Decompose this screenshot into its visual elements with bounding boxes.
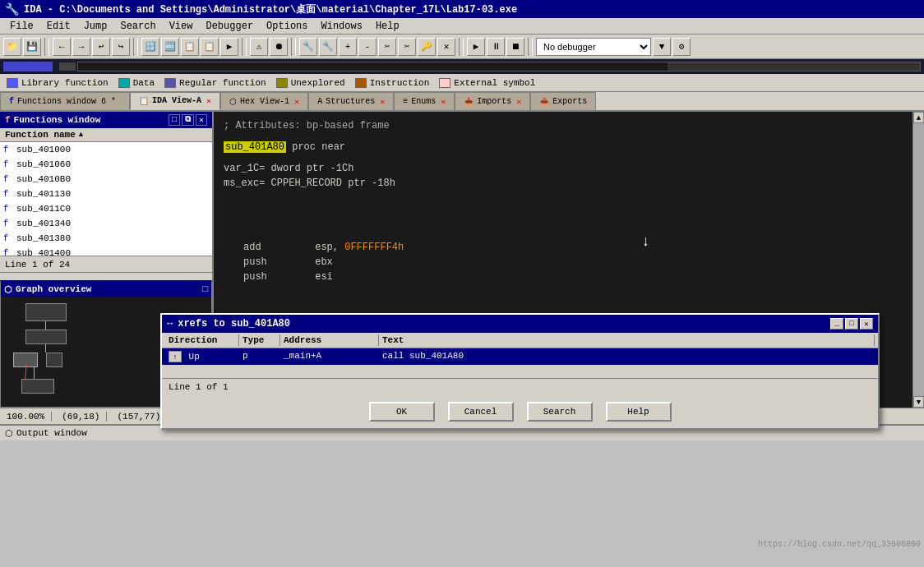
nav-progress [77,62,921,71]
toolbar-back[interactable]: ← [53,38,71,56]
toolbar-save[interactable]: 💾 [23,38,41,56]
toolbar-btn-e[interactable]: ▶ [220,38,238,56]
tab-hex-view[interactable]: ⬡ Hex View-1 ✕ [220,92,308,110]
toolbar-debug-extra[interactable]: ⚙ [672,38,691,56]
toolbar-btn-d[interactable]: 📋 [201,38,219,56]
scroll-down-btn[interactable]: ▼ [913,396,924,408]
toolbar-btn-j[interactable]: + [339,38,357,56]
functions-close-btn[interactable]: ✕ [196,114,207,126]
menu-options[interactable]: Options [260,19,314,34]
toolbar-stop[interactable]: ⏹ [506,38,524,56]
legend-external-color [439,78,450,88]
xrefs-title-area: ↔ xrefs to sub_401A80 [167,318,290,330]
code-mnemonic-2: push [243,270,309,284]
fn-row-5[interactable]: f sub_401340 [0,216,212,231]
xrefs-table-body[interactable]: ↑ Up p _main+A call sub_401A80 [162,348,878,378]
xrefs-search-button[interactable]: Search [527,402,593,422]
tab-fn-icon: f [9,97,14,106]
fn-row-6[interactable]: f sub_401380 [0,231,212,246]
tab-ida-icon: 📋 [139,96,149,106]
functions-list[interactable]: f sub_401000 f sub_401060 f sub_4010B0 f… [0,142,212,256]
toolbar-btn-a[interactable]: 🔡 [141,38,159,56]
tab-hex-close[interactable]: ✕ [294,97,299,107]
xrefs-buttons: OK Cancel Search Help [162,395,878,428]
functions-footer: Line 1 of 24 [0,256,212,272]
xrefs-cell-text-0: call sub_401A80 [379,350,875,363]
graph-overview-title-area: ⬡ Graph overview [4,284,91,295]
toolbar-btn-m[interactable]: ✂ [398,38,416,56]
xrefs-close-btn[interactable]: ✕ [860,318,873,330]
fn-icon-5: f [3,219,13,228]
tab-enum-close[interactable]: ✕ [441,97,446,107]
fn-name-6: sub_401380 [16,233,71,243]
toolbar-back2[interactable]: ↩ [92,38,110,56]
scroll-up-btn[interactable]: ▲ [913,112,924,123]
toolbar-btn-l[interactable]: ✂ [378,38,396,56]
xrefs-cancel-button[interactable]: Cancel [448,402,514,422]
fn-row-2[interactable]: f sub_4010B0 [0,172,212,187]
tab-imports[interactable]: 📥 Imports ✕ [455,92,530,110]
tab-struct-close[interactable]: ✕ [380,97,385,107]
tab-ida-close[interactable]: ✕ [206,96,211,106]
fn-row-0[interactable]: f sub_401000 [0,142,212,157]
code-var-line: var_1C= dword ptr -1Ch [224,161,903,176]
tab-bar: f Functions window 6 * 📋 IDA View-A ✕ ⬡ … [0,92,924,112]
legend-data-color [118,78,130,88]
menu-view[interactable]: View [163,19,200,34]
tab-structures[interactable]: A Structures ✕ [308,92,394,110]
xrefs-ok-button[interactable]: OK [369,402,435,422]
fn-row-4[interactable]: f sub_4011C0 [0,201,212,216]
xrefs-maximize-btn[interactable]: □ [845,318,858,330]
functions-float-btn[interactable]: □ [169,114,180,126]
menu-edit[interactable]: Edit [40,19,77,34]
fn-row-7[interactable]: f sub_401400 [0,246,212,256]
toolbar-btn-x[interactable]: ✕ [437,38,455,56]
toolbar-btn-i[interactable]: 🔧 [319,38,337,56]
functions-header: f Functions window □ ⧉ ✕ [0,112,212,128]
toolbar-fwd[interactable]: → [72,38,90,56]
status-percent: 100.00% [7,412,52,422]
toolbar-btn-h[interactable]: 🔧 [299,38,317,56]
xrefs-row-0[interactable]: ↑ Up p _main+A call sub_401A80 [162,348,878,365]
xrefs-col-address: Address [280,334,379,346]
toolbar-sep-3 [242,38,247,56]
tab-import-close[interactable]: ✕ [516,97,521,107]
right-scrollbar[interactable]: ▲ ▼ [912,112,924,408]
toolbar-btn-k[interactable]: - [358,38,377,56]
legend-data: Data [118,78,155,88]
xrefs-cell-direction-0: ↑ Up [165,350,239,363]
xrefs-help-button[interactable]: Help [606,402,672,422]
toolbar-debug-more[interactable]: ▼ [653,38,671,56]
toolbar-run[interactable]: ▶ [467,38,485,56]
debugger-select[interactable]: No debugger [536,38,651,56]
fn-icon-6: f [3,234,13,243]
toolbar-btn-n[interactable]: 🔑 [418,38,436,56]
toolbar-open[interactable]: 📁 [3,38,21,56]
functions-dock-btn[interactable]: ⧉ [182,114,194,126]
graph-line-red [25,364,27,379]
tab-fn-label: Functions window 6 * [17,97,116,106]
toolbar-btn-f[interactable]: ⚠ [250,38,268,56]
tab-enums[interactable]: ≡ Enums ✕ [394,92,455,110]
toolbar-fwd2[interactable]: ↪ [112,38,130,56]
toolbar-pause[interactable]: ⏸ [487,38,505,56]
toolbar-btn-g[interactable]: ⏺ [270,38,288,56]
tab-enum-label: Enums [411,97,436,106]
tab-ida-view[interactable]: 📋 IDA View-A ✕ [130,92,220,110]
fn-row-3[interactable]: f sub_401130 [0,187,212,201]
tab-struct-icon: A [317,97,322,106]
tab-functions-window[interactable]: f Functions window 6 * [0,92,130,110]
toolbar-btn-c[interactable]: 📋 [181,38,199,56]
menu-search[interactable]: Search [113,19,162,34]
tab-exports[interactable]: 📤 Exports [530,92,596,110]
menu-jump[interactable]: Jump [77,19,114,34]
menu-file[interactable]: File [3,19,40,34]
menu-debugger[interactable]: Debugger [199,19,260,34]
toolbar-btn-b[interactable]: 🔤 [161,38,179,56]
menu-help[interactable]: Help [369,19,406,34]
menu-windows[interactable]: Windows [315,19,369,34]
legend-instruction: Instruction [355,78,430,88]
fn-row-1[interactable]: f sub_401060 [0,157,212,172]
xrefs-minimize-btn[interactable]: _ [830,318,843,330]
graph-overview-expand-btn[interactable]: □ [202,284,208,294]
